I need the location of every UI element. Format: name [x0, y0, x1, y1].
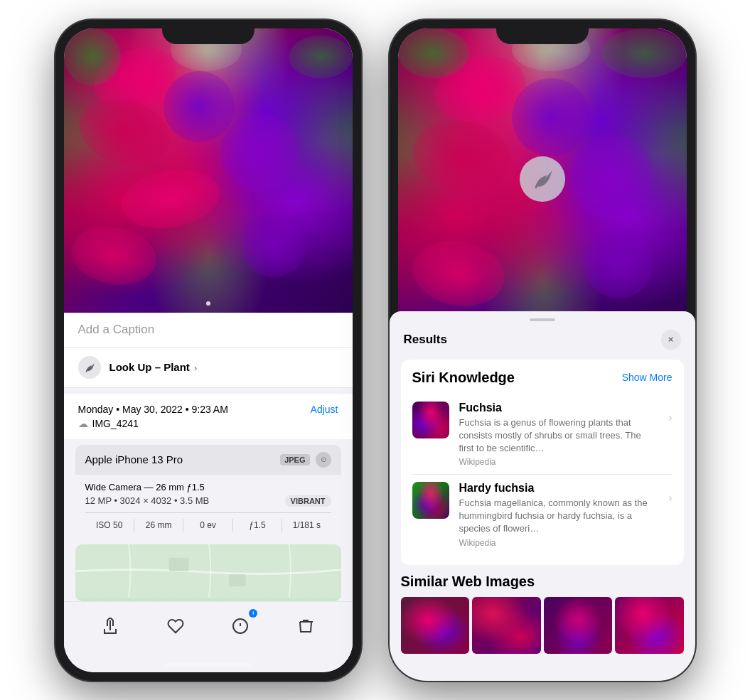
location-icon: ⊙ — [316, 452, 331, 468]
delete-button[interactable] — [290, 610, 321, 642]
photo-area[interactable] — [64, 28, 353, 313]
lookup-label: Look Up — [109, 361, 152, 373]
scroll-indicator — [206, 301, 210, 306]
knowledge-item-fuchsia[interactable]: Fuchsia Fuchsia is a genus of flowering … — [412, 394, 673, 475]
meta-filename: ☁ IMG_4241 — [78, 418, 338, 429]
meta-date: Monday • May 30, 2022 • 9:23 AM — [78, 404, 228, 415]
fuchsia-name: Fuchsia — [459, 402, 659, 414]
info-area: Add a Caption Look Up – Plant › Monday •… — [64, 313, 353, 672]
hardy-source: Wikipedia — [459, 538, 659, 548]
bottom-toolbar: i — [64, 601, 353, 656]
notch — [162, 20, 255, 44]
svg-rect-0 — [75, 544, 341, 598]
similar-images-grid — [401, 597, 684, 654]
camera-badges: JPEG ⊙ — [280, 452, 331, 468]
exif-focal: 26 mm — [134, 519, 183, 532]
close-button[interactable]: × — [661, 330, 681, 350]
hardy-description: Fuchsia magellanica, commonly known as t… — [459, 497, 659, 536]
similar-title: Similar Web Images — [401, 574, 684, 590]
siri-knowledge-section: Siri Knowledge Show More Fuchsia Fuchsia… — [401, 360, 684, 565]
right-notch — [496, 20, 589, 44]
similar-image-4[interactable] — [615, 597, 684, 654]
siri-section-header: Siri Knowledge Show More — [412, 370, 673, 386]
exif-ev: 0 ev — [183, 519, 232, 532]
similar-image-1[interactable] — [401, 597, 470, 654]
camera-model: Apple iPhone 13 Pro — [85, 453, 183, 465]
vibrant-badge: VIBRANT — [285, 495, 331, 507]
exif-shutter: 1/181 s — [282, 519, 331, 532]
lookup-row[interactable]: Look Up – Plant › — [64, 348, 353, 388]
lookup-subject: Plant — [164, 361, 190, 373]
svg-rect-1 — [168, 557, 188, 571]
filename-text: IMG_4241 — [92, 418, 139, 429]
knowledge-item-hardy[interactable]: Hardy fuchsia Fuchsia magellanica, commo… — [412, 475, 673, 555]
lookup-dash: – — [155, 361, 164, 373]
results-header: Results × — [398, 325, 687, 360]
home-indicator — [166, 663, 251, 667]
hardy-name: Hardy fuchsia — [459, 482, 659, 495]
results-handle[interactable] — [530, 318, 555, 321]
siri-section-title: Siri Knowledge — [412, 370, 515, 386]
left-screen: Add a Caption Look Up – Plant › Monday •… — [64, 28, 353, 672]
left-phone: Add a Caption Look Up – Plant › Monday •… — [55, 20, 361, 681]
results-title: Results — [404, 333, 447, 347]
fuchsia-info: Fuchsia Fuchsia is a genus of flowering … — [459, 402, 659, 468]
similar-image-2[interactable] — [472, 597, 541, 654]
info-button[interactable]: i — [225, 610, 256, 642]
map-roads-svg — [75, 544, 341, 598]
meta-date-row: Monday • May 30, 2022 • 9:23 AM Adjust — [78, 404, 338, 415]
fuchsia-thumbnail — [412, 402, 449, 438]
right-phone: Results × Siri Knowledge Show More Fuch — [390, 20, 695, 681]
fuchsia-description: Fuchsia is a genus of flowering plants t… — [459, 416, 659, 456]
fuchsia-chevron: › — [668, 411, 672, 424]
close-icon: × — [668, 334, 674, 345]
similar-section: Similar Web Images — [401, 574, 684, 654]
lookup-chevron: › — [194, 362, 197, 373]
camera-row: Apple iPhone 13 Pro JPEG ⊙ — [75, 445, 341, 475]
hardy-info: Hardy fuchsia Fuchsia magellanica, commo… — [459, 482, 659, 548]
camera-section: Apple iPhone 13 Pro JPEG ⊙ Wide Camera —… — [75, 445, 341, 539]
results-panel: Results × Siri Knowledge Show More Fuch — [398, 311, 687, 672]
exif-iso: ISO 50 — [85, 519, 134, 532]
right-photo-area — [398, 28, 687, 341]
camera-details: Wide Camera — 26 mm ƒ1.5 12 MP • 3024 × … — [75, 475, 341, 539]
like-button[interactable] — [160, 610, 191, 642]
svg-rect-2 — [229, 574, 245, 586]
leaf-small-icon — [84, 362, 95, 373]
exif-row: ISO 50 26 mm 0 ev ƒ1.5 1/181 s — [85, 512, 331, 532]
exif-aperture: ƒ1.5 — [233, 519, 282, 532]
leaf-icon — [531, 168, 554, 190]
cloud-icon: ☁ — [78, 418, 88, 429]
siri-recognition-button[interactable] — [520, 156, 565, 202]
adjust-button[interactable]: Adjust — [311, 404, 338, 415]
caption-input[interactable]: Add a Caption — [64, 313, 353, 348]
lookup-icon — [78, 356, 101, 379]
meta-section: Monday • May 30, 2022 • 9:23 AM Adjust ☁… — [64, 394, 353, 439]
info-badge: i — [249, 609, 257, 618]
format-badge: JPEG — [280, 454, 309, 465]
flower-photo — [64, 28, 353, 313]
camera-wide: Wide Camera — 26 mm ƒ1.5 — [85, 482, 331, 492]
hardy-chevron: › — [668, 492, 672, 505]
camera-specs: 12 MP • 3024 × 4032 • 3.5 MB VIBRANT — [85, 495, 331, 507]
share-button[interactable] — [95, 610, 126, 642]
specs-text: 12 MP • 3024 × 4032 • 3.5 MB — [85, 495, 210, 506]
hardy-thumbnail — [412, 482, 449, 519]
similar-image-3[interactable] — [544, 597, 613, 654]
lookup-text: Look Up – Plant › — [109, 361, 198, 373]
map-area[interactable] — [75, 544, 341, 601]
show-more-button[interactable]: Show More — [622, 372, 673, 383]
right-screen: Results × Siri Knowledge Show More Fuch — [398, 28, 687, 672]
results-content: Siri Knowledge Show More Fuchsia Fuchsia… — [398, 360, 687, 672]
fuchsia-source: Wikipedia — [459, 457, 659, 467]
